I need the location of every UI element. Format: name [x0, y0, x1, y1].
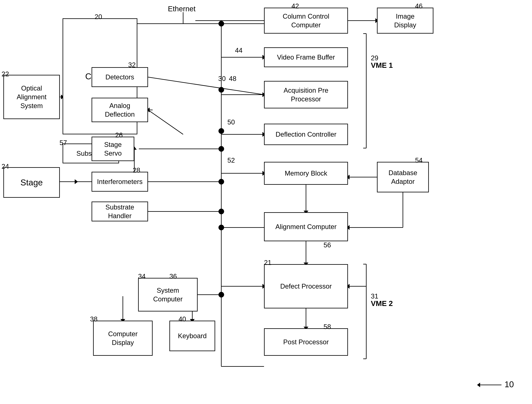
ref-10-arrow: 10	[471, 373, 517, 396]
stage-servo-box: Stage Servo	[92, 137, 134, 161]
acquisition-pre-label: Acquisition Pre Processor	[284, 86, 328, 103]
svg-point-48	[219, 292, 224, 297]
interferometers-label: Interferometers	[97, 177, 143, 186]
column-control-box: Column Control Computer	[264, 8, 348, 34]
ref-22: 22	[1, 70, 9, 78]
vme1-label: VME 1	[371, 61, 393, 70]
ref-21: 21	[264, 259, 272, 266]
analog-deflection-label: Analog Deflection	[105, 101, 135, 119]
vme2-label: VME 2	[371, 299, 393, 308]
system-computer-label: System Computer	[153, 286, 183, 303]
ref-31: 31	[371, 292, 378, 300]
keyboard-box: Keyboard	[169, 321, 215, 351]
ref-24: 24	[1, 163, 9, 170]
detectors-label: Detectors	[105, 73, 134, 81]
deflection-controller-box: Deflection Controller	[264, 124, 348, 145]
memory-block-label: Memory Block	[285, 169, 327, 178]
ref-28: 28	[133, 167, 140, 174]
svg-point-65	[219, 21, 224, 26]
alignment-computer-label: Alignment Computer	[275, 222, 336, 231]
column-control-label: Column Control Computer	[283, 12, 329, 29]
computer-display-label: Computer Display	[108, 329, 138, 347]
svg-point-40	[219, 179, 224, 185]
ref-20: 20	[95, 13, 102, 21]
video-frame-buffer-label: Video Frame Buffer	[277, 53, 335, 62]
ref-34: 34	[138, 273, 146, 280]
stage-servo-label: Stage Servo	[104, 140, 122, 158]
stage-box: Stage	[3, 167, 60, 198]
post-processor-label: Post Processor	[283, 338, 329, 346]
optical-alignment-label: Optical Alignment System	[17, 84, 47, 110]
image-display-box: Image Display	[377, 8, 433, 34]
ref-57: 57	[59, 139, 67, 147]
keyboard-label: Keyboard	[178, 332, 207, 340]
substrate-handler-box: Substrate Handler	[92, 202, 148, 221]
memory-block-box: Memory Block	[264, 162, 348, 185]
svg-line-22	[148, 110, 183, 134]
alignment-computer-box: Alignment Computer	[264, 212, 348, 241]
svg-marker-44	[75, 180, 78, 184]
defect-processor-label: Defect Processor	[280, 282, 332, 291]
ref-58: 58	[323, 323, 331, 331]
post-processor-box: Post Processor	[264, 328, 348, 356]
ref-32: 32	[128, 61, 136, 69]
svg-text:10: 10	[505, 379, 514, 389]
ref-26: 26	[115, 131, 123, 139]
defect-processor-box: Defect Processor	[264, 264, 348, 308]
svg-line-16	[148, 77, 264, 95]
ref-54: 54	[415, 156, 423, 164]
video-frame-buffer-box: Video Frame Buffer	[264, 47, 348, 67]
ref-29: 29	[371, 54, 378, 62]
ethernet-label: Ethernet	[168, 5, 196, 13]
ref-44: 44	[235, 47, 242, 54]
ref-36: 36	[169, 273, 177, 280]
block-diagram: Optical Alignment System 22 Column 20 Su…	[0, 0, 532, 404]
database-adaptor-box: Database Adaptor	[377, 162, 429, 192]
computer-display-box: Computer Display	[93, 321, 153, 356]
system-computer-box: System Computer	[138, 278, 198, 311]
database-adaptor-label: Database Adaptor	[389, 168, 417, 186]
svg-point-36	[219, 146, 224, 152]
svg-point-23	[219, 128, 224, 134]
stage-label: Stage	[20, 177, 43, 188]
ref-46: 46	[415, 2, 423, 10]
ref-38: 38	[90, 315, 97, 323]
optical-alignment-box: Optical Alignment System	[3, 75, 60, 119]
svg-marker-69	[477, 383, 480, 387]
acquisition-pre-box: Acquisition Pre Processor	[264, 81, 348, 109]
ref-50: 50	[227, 118, 235, 126]
ref-30: 48	[229, 75, 236, 83]
ref-52: 52	[227, 156, 235, 164]
ref-48: 30	[218, 75, 226, 83]
substrate-handler-label: Substrate Handler	[105, 203, 134, 220]
ref-42: 42	[291, 2, 299, 10]
ref-56: 56	[323, 241, 331, 249]
analog-deflection-box: Analog Deflection	[92, 98, 148, 122]
image-display-label: Image Display	[394, 12, 416, 29]
svg-point-34	[219, 225, 224, 230]
svg-point-46	[219, 209, 224, 214]
detectors-box: Detectors	[92, 67, 148, 87]
svg-point-17	[219, 87, 224, 93]
interferometers-box: Interferometers	[92, 172, 148, 192]
ref-40: 40	[178, 315, 186, 323]
deflection-controller-label: Deflection Controller	[276, 130, 336, 139]
